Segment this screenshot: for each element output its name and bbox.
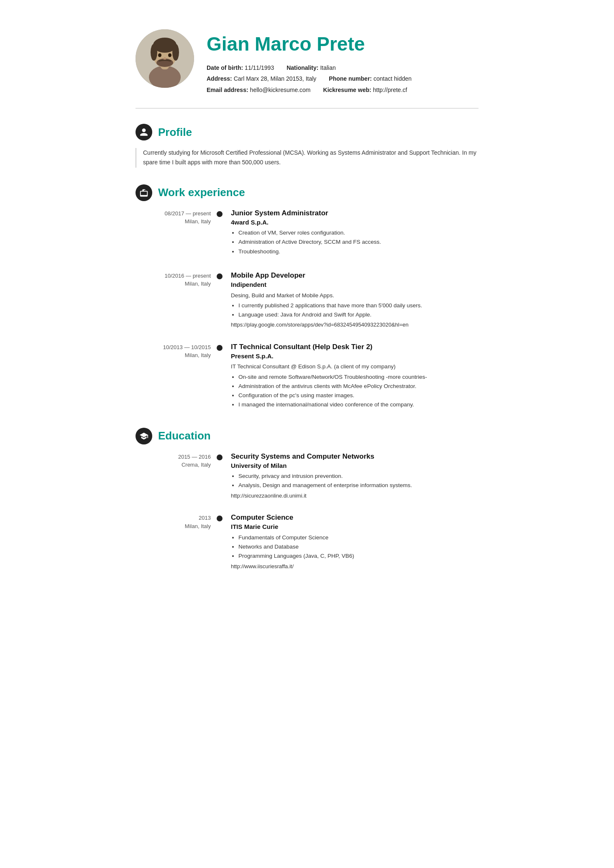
work-item-3-desc: IT Technical Consultant @ Edison S.p.A. …: [231, 363, 478, 371]
address-value: Carl Marx 28, Milan 20153, Italy: [234, 73, 317, 84]
edu-item-2-location: Milan, Italy: [185, 523, 211, 529]
work-item-3-date-col: 10/2013 — 10/2015 Milan, Italy: [136, 342, 219, 411]
work-item-2-location: Milan, Italy: [185, 281, 211, 287]
full-name: Gian Marco Prete: [207, 33, 412, 55]
edu-item-1-school: University of Milan: [231, 461, 478, 471]
meta-row-2: Address: Carl Marx 28, Milan 20153, Ital…: [207, 73, 412, 84]
meta-nationality: Nationality: Italian: [287, 62, 336, 74]
avatar: [136, 29, 194, 88]
meta-web: Kickresume web: http://prete.cf: [323, 84, 407, 96]
right-column: Profile Currently studying for Microsoft…: [115, 109, 499, 584]
work-item-2-company: Indipendent: [231, 280, 478, 290]
meta-row-1: Date of birth: 11/11/1993 Nationality: I…: [207, 62, 412, 74]
work-item-1-content: Junior System Administrator 4ward S.p.A.…: [219, 209, 478, 258]
edu-item-2-title: Computer Science: [231, 513, 478, 522]
meta-phone: Phone number: contact hidden: [329, 73, 412, 84]
edu-item-1: 2015 — 2016 Crema, Italy Security System…: [136, 452, 478, 500]
profile-icon: [136, 124, 152, 140]
edu-item-1-title: Security Systems and Computer Networks: [231, 452, 478, 461]
work-item-1-dot: [217, 211, 223, 217]
edu-item-2-link: http://www.iiscuriesraffa.it/: [231, 562, 478, 571]
profile-title: Profile: [158, 124, 192, 140]
work-item-2-bullet-1: I currently published 2 applications tha…: [238, 301, 478, 310]
work-item-3-dot: [217, 345, 223, 351]
work-item-2-bullet-2: Language used: Java for Android and Swif…: [238, 311, 478, 319]
edu-item-1-link: http://sicurezzaonline.di.unimi.it: [231, 492, 478, 500]
email-value: hello@kickresume.com: [250, 84, 311, 96]
work-item-3-location: Milan, Italy: [185, 352, 211, 358]
work-item-3-bullet-1: On-site and remote Software/Network/OS T…: [238, 373, 478, 381]
email-label: Email address:: [207, 84, 248, 96]
work-item-1-bullets: Creation of VM, Server roles configurati…: [231, 229, 478, 256]
web-label: Kickresume web:: [323, 84, 371, 96]
work-icon: [136, 184, 152, 201]
meta-email: Email address: hello@kickresume.com: [207, 84, 311, 96]
edu-item-2: 2013 Milan, Italy Computer Science ITIS …: [136, 513, 478, 570]
work-items: 08/2017 — present Milan, Italy Junior Sy…: [136, 209, 478, 411]
work-item-3-date: 10/2013 — 10/2015: [163, 344, 211, 350]
svg-point-5: [151, 44, 157, 61]
edu-item-2-content: Computer Science ITIS Marie Curie Fundam…: [219, 513, 478, 570]
avatar-wrap: [136, 29, 194, 88]
edu-item-2-bullets: Fundamentals of Computer Science Network…: [231, 534, 478, 561]
profile-text: Currently studying for Microsoft Certifi…: [136, 148, 478, 167]
work-item-2-content: Mobile App Developer Indipendent Desing,…: [219, 271, 478, 329]
meta-table: Date of birth: 11/11/1993 Nationality: I…: [207, 62, 412, 96]
svg-point-8: [158, 54, 161, 57]
nationality-value: Italian: [320, 62, 335, 74]
address-label: Address:: [207, 73, 232, 84]
work-item-2-title: Mobile App Developer: [231, 271, 478, 280]
work-item-3-bullet-4: I managed the international/national vid…: [238, 401, 478, 409]
edu-item-2-date: 2013: [199, 515, 211, 521]
profile-header: Profile: [136, 124, 478, 140]
work-item-1-location: Milan, Italy: [185, 218, 211, 225]
header-info: Gian Marco Prete Date of birth: 11/11/19…: [207, 29, 412, 95]
edu-item-1-dot: [217, 454, 223, 460]
education-title: Education: [158, 428, 211, 444]
work-item-3-bullet-3: Configuration of the pc's using master i…: [238, 391, 478, 400]
web-value: http://prete.cf: [373, 84, 407, 96]
meta-address: Address: Carl Marx 28, Milan 20153, Ital…: [207, 73, 316, 84]
resume-page: Gian Marco Prete Date of birth: 11/11/19…: [115, 0, 499, 609]
phone-label: Phone number:: [329, 73, 372, 84]
work-item-1-title: Junior System Administrator: [231, 209, 478, 218]
work-item-2-bullets: I currently published 2 applications tha…: [231, 301, 478, 319]
work-item-1-company: 4ward S.p.A.: [231, 218, 478, 227]
work-item-3-bullet-2: Administration of the antivirus clients …: [238, 382, 478, 391]
edu-item-1-bullet-2: Analysis, Design and management of enter…: [238, 481, 478, 490]
header-section: Gian Marco Prete Date of birth: 11/11/19…: [115, 17, 499, 104]
education-items: 2015 — 2016 Crema, Italy Security System…: [136, 452, 478, 570]
work-header: Work experience: [136, 184, 478, 201]
work-item-1-date: 08/2017 — present: [164, 210, 211, 217]
svg-point-6: [172, 44, 179, 61]
work-item-2-link: https://play.google.com/store/apps/dev?i…: [231, 321, 478, 329]
work-title: Work experience: [158, 184, 245, 201]
edu-item-2-school: ITIS Marie Curie: [231, 522, 478, 532]
work-item-3-company: Present S.p.A.: [231, 352, 478, 361]
work-item-1: 08/2017 — present Milan, Italy Junior Sy…: [136, 209, 478, 258]
work-item-2-date-col: 10/2016 — present Milan, Italy: [136, 271, 219, 329]
edu-item-1-content: Security Systems and Computer Networks U…: [219, 452, 478, 500]
work-item-3-content: IT Technical Consultant (Help Desk Tier …: [219, 342, 478, 411]
edu-item-2-date-col: 2013 Milan, Italy: [136, 513, 219, 570]
edu-item-1-bullet-1: Security, privacy and intrusion preventi…: [238, 472, 478, 480]
work-item-3: 10/2013 — 10/2015 Milan, Italy IT Techni…: [136, 342, 478, 411]
main-content: Profile Currently studying for Microsoft…: [115, 109, 499, 584]
meta-dob: Date of birth: 11/11/1993: [207, 62, 274, 74]
work-item-1-bullet-1: Creation of VM, Server roles configurati…: [238, 229, 478, 237]
education-header: Education: [136, 428, 478, 444]
work-item-2-desc: Desing, Build and Market of Mobile Apps.: [231, 291, 478, 300]
edu-item-2-bullet-1: Fundamentals of Computer Science: [238, 534, 478, 542]
work-item-1-bullet-2: Administration of Active Directory, SCCM…: [238, 238, 478, 246]
work-item-3-title: IT Technical Consultant (Help Desk Tier …: [231, 342, 478, 352]
edu-item-1-date-col: 2015 — 2016 Crema, Italy: [136, 452, 219, 500]
work-item-3-bullets: On-site and remote Software/Network/OS T…: [231, 373, 478, 409]
edu-item-1-location: Crema, Italy: [182, 462, 211, 468]
edu-item-1-date: 2015 — 2016: [178, 454, 211, 460]
work-item-2-dot: [217, 273, 223, 279]
nationality-label: Nationality:: [287, 62, 318, 74]
phone-value: contact hidden: [374, 73, 412, 84]
dob-label: Date of birth:: [207, 62, 243, 74]
work-item-2-date: 10/2016 — present: [164, 273, 211, 279]
svg-point-9: [168, 54, 171, 57]
